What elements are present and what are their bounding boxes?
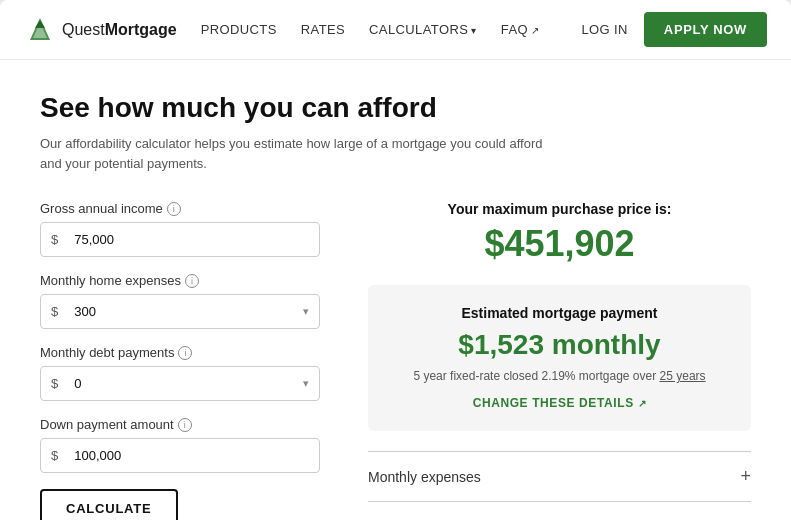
- debt-payments-group: Monthly debt payments i $ ▾: [40, 345, 320, 401]
- logo[interactable]: QuestMortgage: [24, 14, 177, 46]
- calculate-button[interactable]: CALCULATE: [40, 489, 178, 520]
- page-subtitle: Our affordability calculator helps you e…: [40, 134, 560, 173]
- debt-payments-input[interactable]: [66, 367, 293, 400]
- down-payment-group: Down payment amount i $: [40, 417, 320, 473]
- down-payment-label: Down payment amount i: [40, 417, 320, 432]
- debt-payments-input-wrapper: $ ▾: [40, 366, 320, 401]
- accordion-monthly-expenses[interactable]: Monthly expenses +: [368, 452, 751, 502]
- accordion-monthly-expenses-label: Monthly expenses: [368, 469, 481, 485]
- accordion-monthly-expenses-expand-icon: +: [740, 466, 751, 487]
- home-expenses-label: Monthly home expenses i: [40, 273, 320, 288]
- nav-links: PRODUCTS RATES CALCULATORS FAQ: [201, 22, 582, 37]
- home-expenses-info-icon[interactable]: i: [185, 274, 199, 288]
- results-section: Your maximum purchase price is: $451,902…: [368, 201, 751, 520]
- calculator-layout: Gross annual income i $ Monthly home exp…: [40, 201, 751, 520]
- max-price-label: Your maximum purchase price is:: [368, 201, 751, 217]
- nav-rates[interactable]: RATES: [301, 22, 345, 37]
- debt-payments-info-icon[interactable]: i: [178, 346, 192, 360]
- gross-income-info-icon[interactable]: i: [167, 202, 181, 216]
- max-price-value: $451,902: [368, 223, 751, 265]
- accordion-mortgage-details[interactable]: Mortgage details +: [368, 502, 751, 520]
- mortgage-amount: $1,523 monthly: [392, 329, 727, 361]
- home-expenses-prefix: $: [41, 304, 66, 319]
- navbar: QuestMortgage PRODUCTS RATES CALCULATORS…: [0, 0, 791, 60]
- login-button[interactable]: LOG IN: [581, 22, 627, 37]
- gross-income-input[interactable]: [66, 223, 319, 256]
- nav-calculators[interactable]: CALCULATORS: [369, 22, 477, 37]
- debt-payments-prefix: $: [41, 376, 66, 391]
- change-details-link[interactable]: CHANGE THESE DETAILS: [473, 396, 647, 410]
- accordion-section: Monthly expenses + Mortgage details +: [368, 451, 751, 520]
- nav-products[interactable]: PRODUCTS: [201, 22, 277, 37]
- form-section: Gross annual income i $ Monthly home exp…: [40, 201, 320, 520]
- mortgage-details-text: 5 year fixed-rate closed 2.19% mortgage …: [392, 369, 727, 383]
- nav-right: LOG IN APPLY NOW: [581, 12, 767, 47]
- down-payment-info-icon[interactable]: i: [178, 418, 192, 432]
- gross-income-group: Gross annual income i $: [40, 201, 320, 257]
- main-content: See how much you can afford Our affordab…: [0, 60, 791, 520]
- home-expenses-input[interactable]: [66, 295, 293, 328]
- mortgage-estimate-box: Estimated mortgage payment $1,523 monthl…: [368, 285, 751, 431]
- gross-income-prefix: $: [41, 232, 66, 247]
- accordion-mortgage-details-expand-icon: +: [740, 516, 751, 520]
- debt-payments-caret-icon[interactable]: ▾: [293, 377, 319, 390]
- mortgage-estimate-label: Estimated mortgage payment: [392, 305, 727, 321]
- logo-text: QuestMortgage: [62, 21, 177, 39]
- apply-now-button[interactable]: APPLY NOW: [644, 12, 767, 47]
- gross-income-input-wrapper: $: [40, 222, 320, 257]
- home-expenses-input-wrapper: $ ▾: [40, 294, 320, 329]
- mortgage-years: 25 years: [660, 369, 706, 383]
- nav-faq[interactable]: FAQ: [501, 22, 540, 37]
- gross-income-label: Gross annual income i: [40, 201, 320, 216]
- svg-marker-2: [35, 20, 45, 28]
- down-payment-prefix: $: [41, 448, 66, 463]
- down-payment-input[interactable]: [66, 439, 319, 472]
- debt-payments-label: Monthly debt payments i: [40, 345, 320, 360]
- home-expenses-caret-icon[interactable]: ▾: [293, 305, 319, 318]
- logo-icon: [24, 14, 56, 46]
- page-title: See how much you can afford: [40, 92, 751, 124]
- home-expenses-group: Monthly home expenses i $ ▾: [40, 273, 320, 329]
- down-payment-input-wrapper: $: [40, 438, 320, 473]
